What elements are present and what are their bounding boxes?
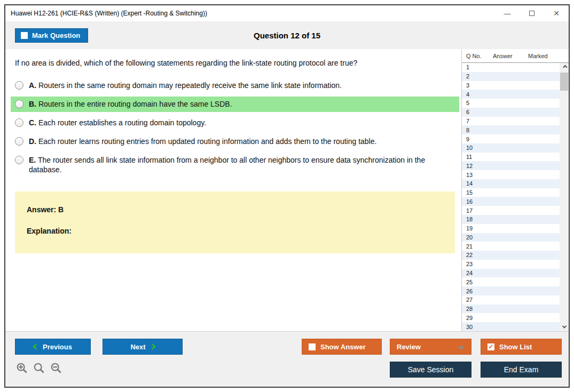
option-text: D. Each router learns routing entries fr…	[29, 137, 376, 147]
question-list-row[interactable]: 1	[462, 63, 560, 72]
next-button[interactable]: Next	[103, 339, 183, 355]
cell-qno: 21	[462, 243, 493, 250]
review-label: Review	[397, 343, 421, 351]
end-exam-label: End Exam	[504, 365, 539, 374]
question-list-row[interactable]: 4	[462, 90, 560, 99]
show-answer-label: Show Answer	[320, 343, 366, 351]
option-letter: D.	[29, 137, 36, 146]
close-icon: ✕	[553, 9, 560, 18]
radio-button-icon[interactable]	[15, 156, 23, 164]
zoom-reset-icon[interactable]	[33, 362, 45, 376]
cell-qno: 2	[462, 73, 493, 79]
cell-qno: 3	[462, 82, 493, 89]
option-body: Each router learns routing entries from …	[38, 137, 377, 146]
cell-qno: 11	[462, 154, 493, 160]
cell-qno: 15	[462, 189, 493, 196]
question-list-row[interactable]: 3	[462, 81, 560, 90]
zoom-in-icon[interactable]	[16, 362, 28, 376]
cell-qno: 29	[462, 315, 493, 321]
mark-question-checkbox[interactable]	[21, 32, 28, 39]
option-letter: B.	[29, 100, 36, 108]
question-list-row[interactable]: 15	[462, 188, 560, 197]
question-list-row[interactable]: 18	[462, 215, 560, 224]
answer-option[interactable]: D. Each router learns routing entries fr…	[11, 134, 459, 149]
question-list-row[interactable]: 28	[462, 305, 560, 314]
maximize-icon	[529, 11, 534, 16]
exam-window: Huawei H12-261 (HCIE-R&S (Written) (Expe…	[4, 4, 570, 388]
zoom-out-icon[interactable]	[50, 362, 62, 376]
cell-qno: 16	[462, 198, 493, 205]
show-answer-checkbox[interactable]	[309, 343, 316, 350]
answer-option[interactable]: B. Routers in the entire routing domain …	[11, 97, 459, 112]
question-list-row[interactable]: 16	[462, 197, 560, 206]
list-scrollbar[interactable]	[560, 63, 569, 331]
option-text: B. Routers in the entire routing domain …	[29, 99, 232, 109]
question-list-row[interactable]: 12	[462, 161, 560, 170]
question-list-row[interactable]: 26	[462, 286, 560, 295]
answer-option[interactable]: E. The router sends all link state infor…	[11, 153, 459, 178]
option-text: C. Each router establishes a routing dom…	[29, 118, 206, 128]
minimize-button[interactable]: —	[495, 5, 520, 21]
option-body: Routers in the same routing domain may r…	[38, 81, 342, 90]
scroll-up-button[interactable]	[560, 63, 569, 71]
header-answer: Answer	[493, 53, 528, 59]
scroll-down-button[interactable]	[560, 323, 569, 331]
question-list-row[interactable]: 13	[462, 170, 560, 179]
cell-qno: 28	[462, 306, 493, 312]
question-list-row[interactable]: 29	[462, 313, 560, 322]
cell-qno: 18	[462, 216, 493, 222]
show-answer-button[interactable]: Show Answer	[302, 339, 382, 355]
question-list-row[interactable]: 23	[462, 260, 560, 269]
answer-option[interactable]: A. Routers in the same routing domain ma…	[11, 78, 459, 93]
scrollbar-thumb[interactable]	[560, 73, 568, 91]
radio-button-icon[interactable]	[15, 118, 23, 127]
question-list-row[interactable]: 25	[462, 277, 560, 286]
main-area: If no area is divided, which of the foll…	[5, 49, 569, 331]
maximize-button[interactable]	[520, 5, 544, 21]
question-list-row[interactable]: 14	[462, 179, 560, 188]
question-list-row[interactable]: 11	[462, 153, 560, 162]
question-list-row[interactable]: 19	[462, 224, 560, 233]
question-list-row[interactable]: 8	[462, 125, 560, 134]
question-list-row[interactable]: 21	[462, 242, 560, 251]
radio-button-icon[interactable]	[15, 137, 23, 146]
question-list-row[interactable]: 20	[462, 233, 560, 242]
question-list-row[interactable]: 5	[462, 99, 560, 108]
previous-label: Previous	[43, 343, 72, 351]
save-session-label: Save Session	[408, 365, 454, 374]
zoom-toolbar	[16, 362, 62, 376]
question-list-row[interactable]: 22	[462, 251, 560, 260]
end-exam-button[interactable]: End Exam	[481, 362, 562, 378]
close-button[interactable]: ✕	[544, 5, 569, 21]
question-list: 1 2 3	[462, 63, 569, 331]
option-letter: C.	[29, 118, 36, 127]
answer-option[interactable]: C. Each router establishes a routing dom…	[11, 115, 459, 131]
question-list-row[interactable]: 6	[462, 108, 560, 117]
cell-qno: 26	[462, 288, 493, 294]
review-dropdown-button[interactable]: Review	[390, 339, 471, 355]
cell-qno: 10	[462, 145, 493, 151]
mark-question-button[interactable]: Mark Question	[15, 28, 88, 43]
question-list-row[interactable]: 2	[462, 72, 560, 81]
question-list-row[interactable]: 24	[462, 269, 560, 278]
question-list-row[interactable]: 7	[462, 117, 560, 126]
scroll-up-icon	[563, 65, 567, 69]
next-label: Next	[130, 343, 145, 351]
question-list-row[interactable]: 17	[462, 206, 560, 215]
show-list-checkbox[interactable]: ✓	[487, 343, 494, 350]
show-list-button[interactable]: ✓ Show List	[481, 339, 562, 355]
previous-button[interactable]: Previous	[15, 339, 91, 355]
question-list-header: Q No. Answer Marked	[462, 49, 569, 63]
answer-label: Answer: B	[27, 205, 443, 214]
radio-button-icon[interactable]	[15, 81, 23, 90]
save-session-button[interactable]: Save Session	[390, 362, 471, 378]
option-text: A. Routers in the same routing domain ma…	[29, 81, 342, 91]
next-chevron-icon	[150, 343, 155, 349]
radio-button-icon[interactable]	[15, 100, 23, 108]
option-letter: A.	[29, 81, 36, 90]
question-list-row[interactable]: 9	[462, 134, 560, 143]
question-list-row[interactable]: 10	[462, 143, 560, 153]
question-list-row[interactable]: 27	[462, 295, 560, 305]
cell-qno: 22	[462, 252, 493, 258]
question-list-row[interactable]: 30	[462, 322, 560, 331]
